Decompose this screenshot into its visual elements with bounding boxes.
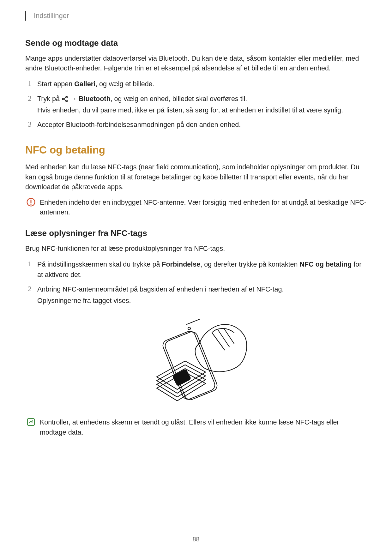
warning-icon	[25, 198, 37, 217]
step-2-nfc: 2 Anbring NFC-antenneområdet på bagsiden…	[25, 284, 367, 306]
paragraph: Brug NFC-funktionen for at læse produkto…	[25, 244, 367, 254]
step-3: 3 Accepter Bluetooth-forbindelsesanmodni…	[25, 120, 367, 130]
nfc-illustration	[25, 314, 367, 410]
step-text: Anbring NFC-antenneområdet på bagsiden a…	[34, 284, 367, 306]
step-text: På indstillingsskærmen skal du trykke på…	[34, 259, 367, 280]
callout-text: Enheden indeholder en indbygget NFC-ante…	[37, 198, 367, 217]
step-text: Start appen Galleri, og vælg et billede.	[34, 79, 367, 89]
svg-line-4	[64, 99, 66, 101]
note-icon	[25, 418, 37, 437]
step-number: 1	[25, 259, 34, 280]
svg-point-1	[63, 98, 64, 100]
step-text: Accepter Bluetooth-forbindelsesanmodning…	[34, 120, 367, 130]
svg-point-0	[66, 96, 67, 98]
paragraph: Mange apps understøtter dataoverførsel v…	[25, 54, 367, 73]
step-number: 3	[25, 120, 34, 130]
note-callout: Kontroller, at enhedens skærm er tændt o…	[25, 418, 367, 437]
step-1-nfc: 1 På indstillingsskærmen skal du trykke …	[25, 259, 367, 280]
page-number: 88	[0, 536, 392, 543]
breadcrumb: Indstillinger	[25, 11, 367, 21]
svg-rect-13	[27, 419, 34, 425]
callout-text: Kontroller, at enhedens skærm er tændt o…	[37, 418, 367, 437]
section-heading-send-receive: Sende og modtage data	[25, 38, 367, 48]
svg-point-7	[30, 203, 32, 205]
step-number: 2	[25, 284, 34, 306]
svg-point-12	[188, 327, 190, 330]
svg-point-2	[66, 100, 67, 102]
step-text: Tryk på → Bluetooth, og vælg en enhed, b…	[34, 94, 367, 116]
svg-line-3	[64, 98, 66, 99]
step-1: 1 Start appen Galleri, og vælg et billed…	[25, 79, 367, 89]
step-number: 1	[25, 79, 34, 89]
share-icon	[62, 95, 68, 103]
step-number: 2	[25, 94, 34, 116]
section-heading-read-nfc: Læse oplysninger fra NFC-tags	[25, 228, 367, 238]
heading-nfc: NFC og betaling	[25, 144, 367, 156]
warning-callout: Enheden indeholder en indbygget NFC-ante…	[25, 198, 367, 217]
step-2: 2 Tryk på → Bluetooth, og vælg en enhed,…	[25, 94, 367, 116]
paragraph: Med enheden kan du læse NFC-tags (near f…	[25, 162, 367, 192]
svg-line-11	[187, 319, 199, 324]
